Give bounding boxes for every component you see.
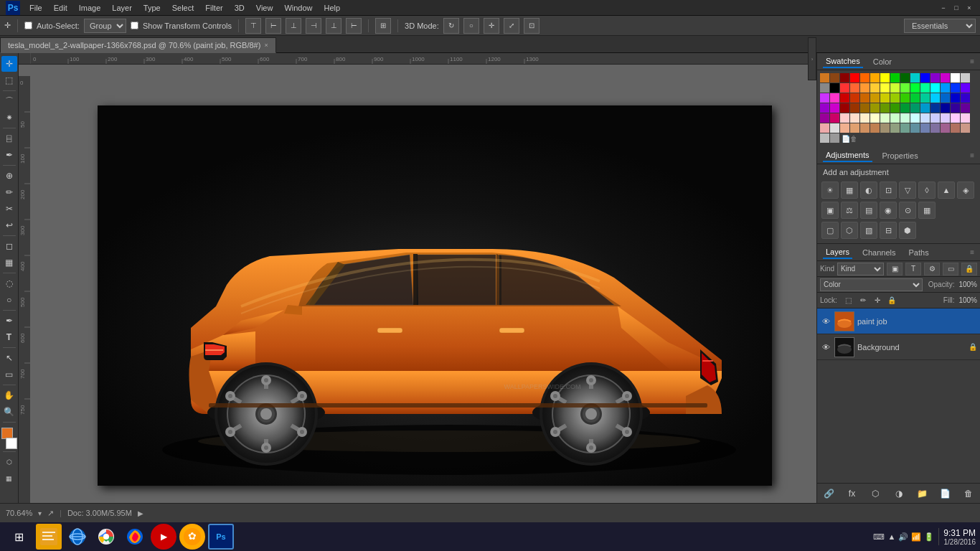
workspace-dropdown[interactable]: Essentials Photography Painting [904, 19, 976, 33]
document-tab[interactable]: tesla_model_s_2-wallpaper-980x551.psd @… [0, 37, 276, 53]
delete-layer-btn[interactable]: 🗑 [961, 486, 976, 501]
swatch-item[interactable] [900, 123, 910, 133]
swatch-item[interactable] [870, 103, 880, 113]
swatch-item[interactable] [910, 103, 920, 113]
align-bottom-icon[interactable]: ⊥ [286, 18, 301, 34]
type-filter-btn[interactable]: ⚙ [924, 263, 940, 276]
move-tool[interactable]: ✛ [1, 56, 17, 72]
swatch-item[interactable] [870, 123, 880, 133]
layer-visibility-eye[interactable]: 👁 [820, 316, 831, 327]
swatch-item[interactable] [920, 103, 930, 113]
swatch-item[interactable] [961, 73, 970, 83]
swatch-item[interactable] [941, 73, 950, 83]
taskbar-explorer-icon[interactable] [36, 524, 62, 550]
layer-link-btn[interactable]: 🔗 [821, 486, 836, 501]
swatch-item[interactable] [830, 83, 839, 93]
swatch-item[interactable] [860, 83, 870, 93]
adj-filter-btn[interactable]: T [905, 263, 921, 276]
3d-rotate-icon[interactable]: ↻ [443, 18, 459, 34]
opacity-value[interactable]: 100% [958, 281, 977, 288]
properties-tab[interactable]: Properties [880, 150, 921, 161]
swatch-item[interactable] [820, 73, 829, 83]
swatch-item[interactable] [820, 113, 829, 123]
swatch-item[interactable] [951, 83, 960, 93]
swatch-item[interactable] [900, 83, 910, 93]
eraser-tool[interactable]: ◻ [1, 238, 17, 254]
swatch-item[interactable] [830, 73, 839, 83]
swatch-item[interactable] [930, 73, 940, 83]
channel-mixer-adj-icon[interactable]: ⚖ [841, 202, 858, 219]
delete-swatch-icon[interactable]: 🗑 [850, 135, 857, 143]
swatch-item[interactable] [890, 113, 900, 123]
tab-close-button[interactable]: × [264, 42, 268, 49]
taskbar-time[interactable]: 9:31 PM 1/28/2016 [943, 528, 976, 546]
taskbar-ie-icon[interactable] [65, 524, 90, 550]
lasso-tool[interactable]: ⌒ [1, 93, 17, 109]
blur-tool[interactable]: ◌ [1, 276, 17, 291]
screen-mode-tool[interactable]: ▦ [1, 471, 17, 486]
swatch-item[interactable] [951, 93, 960, 103]
menu-help[interactable]: Help [319, 2, 346, 14]
swatch-item[interactable] [951, 123, 960, 133]
brightness-adj-icon[interactable]: ☀ [821, 182, 839, 199]
swatch-item[interactable] [890, 123, 900, 133]
selective-color-adj-icon[interactable]: ⬡ [841, 222, 858, 239]
shape-filter-btn[interactable]: ▭ [943, 263, 958, 276]
new-swatch-icon[interactable]: 📄 [842, 135, 850, 143]
shape-tool[interactable]: ▭ [1, 367, 17, 382]
exposure-adj-icon[interactable]: ⊡ [880, 182, 897, 199]
menu-view[interactable]: View [251, 2, 278, 14]
layer-mask-btn[interactable]: ⬡ [868, 486, 882, 501]
curves-adj-icon[interactable]: ◐ [860, 182, 877, 199]
swatch-item[interactable] [910, 123, 920, 133]
swatch-item[interactable] [870, 73, 880, 83]
menu-type[interactable]: Type [138, 2, 166, 14]
swatch-item[interactable] [850, 123, 859, 133]
quick-mask-tool[interactable]: ⬡ [1, 454, 17, 470]
swatch-item[interactable] [920, 83, 930, 93]
navigate-icon[interactable]: ↗ [47, 509, 54, 518]
swatch-item[interactable] [840, 103, 849, 113]
swatch-item[interactable] [880, 113, 890, 123]
channels-tab[interactable]: Channels [859, 247, 898, 258]
swatch-item[interactable] [941, 103, 950, 113]
swatch-item[interactable] [860, 93, 870, 103]
swatch-item[interactable] [870, 83, 880, 93]
swatch-item[interactable] [900, 73, 910, 83]
solid-color-adj-icon[interactable]: ▧ [860, 222, 877, 239]
pen-tool[interactable]: ✒ [1, 313, 17, 329]
swatch-item[interactable] [850, 73, 859, 83]
swatch-item[interactable] [850, 103, 859, 113]
layers-options-icon[interactable]: ≡ [970, 248, 974, 256]
distribute-icon[interactable]: ⊞ [375, 18, 391, 34]
swatch-item[interactable] [840, 83, 849, 93]
threshold-adj-icon[interactable]: ▦ [918, 202, 936, 219]
align-hcenter-icon[interactable]: ⊥ [326, 18, 341, 34]
doc-info-arrow[interactable]: ▶ [138, 509, 143, 517]
swatch-item[interactable] [941, 93, 950, 103]
swatch-item[interactable] [830, 113, 839, 123]
swatch-item[interactable] [860, 73, 870, 83]
layer-background-visibility-eye[interactable]: 👁 [820, 342, 831, 353]
text-tool[interactable]: T [1, 329, 17, 345]
layers-tab[interactable]: Layers [823, 246, 852, 259]
brush-tool[interactable]: ✏ [1, 184, 17, 200]
3d-slide-icon[interactable]: ⤢ [504, 18, 519, 34]
menu-select[interactable]: Select [167, 2, 199, 14]
up-arrow-icon[interactable]: ▲ [887, 532, 895, 541]
swatches-tab[interactable]: Swatches [823, 55, 863, 68]
network-icon[interactable]: 📶 [911, 532, 921, 542]
history-brush-tool[interactable]: ↩ [1, 217, 17, 233]
auto-select-dropdown[interactable]: Group Layer [84, 19, 126, 33]
swatch-item[interactable] [920, 113, 930, 123]
swatch-item[interactable] [840, 123, 849, 133]
swatch-item[interactable] [920, 73, 930, 83]
taskbar-app-icon[interactable]: ✿ [179, 524, 205, 550]
align-top-icon[interactable]: ⊤ [245, 18, 261, 34]
layer-fx-btn[interactable]: fx [845, 486, 859, 501]
swatch-item[interactable] [951, 103, 960, 113]
hand-tool[interactable]: ✋ [1, 387, 17, 403]
smartobj-filter-btn[interactable]: 🔒 [961, 263, 977, 276]
3d-roll-icon[interactable]: ○ [463, 18, 479, 34]
adjustments-options-icon[interactable]: ≡ [970, 151, 974, 159]
